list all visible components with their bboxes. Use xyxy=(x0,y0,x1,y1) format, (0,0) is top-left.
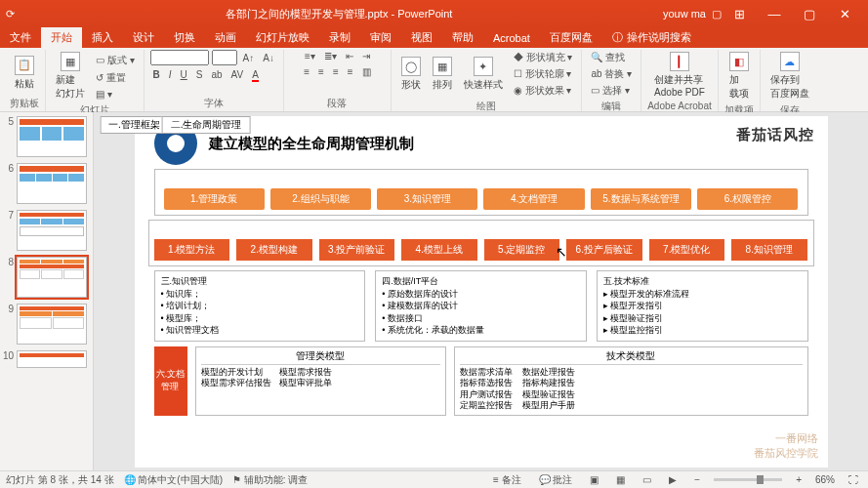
group-save: ☁保存到 百度网盘 保存 xyxy=(761,50,819,111)
autosave-icon[interactable]: ⟳ xyxy=(6,8,15,20)
notes-button[interactable]: ≡ 备注 xyxy=(489,473,525,487)
pdf-icon: ┃ xyxy=(670,52,689,71)
reset-icon: ↺ xyxy=(96,72,103,83)
tab-acrobat[interactable]: Acrobat xyxy=(483,27,540,48)
shadow-button[interactable]: ab xyxy=(208,68,225,81)
tab-slideshow[interactable]: 幻灯片放映 xyxy=(246,27,319,48)
font-family-input[interactable] xyxy=(150,50,209,65)
indent-dec-button[interactable]: ⇤ xyxy=(343,50,356,62)
shape-outline-button[interactable]: ☐ 形状轮廓 ▾ xyxy=(511,66,576,82)
align-center-button[interactable]: ≡ xyxy=(315,65,327,78)
ribbon-opts-icon[interactable]: ⊞ xyxy=(722,7,757,21)
slide-thumbnails[interactable]: 5 6 7 8 9 10 xyxy=(0,112,94,470)
columns-button[interactable]: ▥ xyxy=(359,65,374,78)
zoom-out-button[interactable]: − xyxy=(690,474,704,485)
numbering-button[interactable]: ≣▾ xyxy=(321,50,340,62)
group-paragraph: ≡▾ ≣▾ ⇤ ⇥ ≡ ≡ ≡ ≡ ▥ 段落 xyxy=(284,50,392,111)
italic-button[interactable]: I xyxy=(166,68,175,81)
align-left-button[interactable]: ≡ xyxy=(301,65,312,78)
slide-canvas[interactable]: 建立模型的全生命周期管理机制 番茄话风控 一.管理框架 1.管理政策 2.组织与… xyxy=(94,112,868,470)
tab-view[interactable]: 视图 xyxy=(401,27,442,48)
save-baidu-button[interactable]: ☁保存到 百度网盘 xyxy=(766,50,813,102)
indent-inc-button[interactable]: ⇥ xyxy=(359,50,373,62)
group-acrobat: ┃创建并共享 Adobe PDF Adobe Acrobat xyxy=(641,50,719,111)
normal-view-button[interactable]: ▣ xyxy=(586,474,602,485)
grow-font-icon[interactable]: A↑ xyxy=(240,52,258,64)
group-font: A↑ A↓ B I U S ab AV A 字体 xyxy=(145,50,284,111)
accessibility-status[interactable]: ⚑ 辅助功能: 调查 xyxy=(232,473,308,487)
shapes-icon: ◯ xyxy=(401,57,421,76)
clipboard-icon: 📋 xyxy=(15,56,34,75)
tab-design[interactable]: 设计 xyxy=(123,27,164,48)
thumb-10[interactable]: 10 xyxy=(2,350,91,368)
thumb-8[interactable]: 8 xyxy=(2,257,91,298)
bold-button[interactable]: B xyxy=(150,68,163,81)
find-button[interactable]: 🔍 查找 xyxy=(588,50,628,65)
arrange-icon: ▦ xyxy=(433,57,452,76)
strike-button[interactable]: S xyxy=(193,68,206,81)
section2-label: 二.生命周期管理 xyxy=(162,116,251,134)
language-status[interactable]: 🌐 简体中文(中国大陆) xyxy=(124,473,223,487)
row4: 六.文档 管理 管理类模型 模型的开发计划模型需求评估报告 模型需求报告模型审评… xyxy=(154,346,808,416)
group-editing: 🔍 查找 ab 替换 ▾ ▭ 选择 ▾ 编辑 xyxy=(582,50,641,111)
sorter-view-button[interactable]: ▦ xyxy=(612,474,629,485)
tab-home[interactable]: 开始 xyxy=(41,27,82,48)
addin-button[interactable]: ◧加 载项 xyxy=(725,50,753,102)
quick-styles-button[interactable]: ✦快速样式 xyxy=(460,55,507,94)
tab-animation[interactable]: 动画 xyxy=(205,27,246,48)
panel-3: 三.知识管理 • 知识库； • 培训计划； • 模型库； • 知识管理文档 xyxy=(154,270,366,342)
fit-button[interactable]: ⛶ xyxy=(845,474,862,485)
font-color-button[interactable]: A xyxy=(249,68,262,81)
shape-effects-button[interactable]: ◉ 形状效果 ▾ xyxy=(511,83,576,99)
group-clipboard: 📋 粘贴 剪贴板 xyxy=(4,50,46,111)
thumb-5[interactable]: 5 xyxy=(2,116,91,157)
zoom-slider[interactable] xyxy=(714,478,782,481)
bullets-button[interactable]: ≡▾ xyxy=(302,50,318,62)
thumb-9[interactable]: 9 xyxy=(2,304,91,345)
select-button[interactable]: ▭ 选择 ▾ xyxy=(588,83,633,99)
font-size-input[interactable] xyxy=(212,50,237,65)
layout-icon: ▭ xyxy=(96,55,104,65)
paste-button[interactable]: 📋 粘贴 xyxy=(11,54,38,93)
thumb-7[interactable]: 7 xyxy=(2,210,91,251)
underline-button[interactable]: U xyxy=(178,68,190,81)
reading-view-button[interactable]: ▭ xyxy=(639,474,655,485)
thumb-6[interactable]: 6 xyxy=(2,163,91,204)
replace-button[interactable]: ab 替换 ▾ xyxy=(588,66,635,82)
tell-me[interactable]: ⓘ 操作说明搜索 xyxy=(602,27,701,48)
comments-button[interactable]: 💬 批注 xyxy=(535,473,577,487)
new-slide-icon: ▦ xyxy=(61,52,80,71)
avatar-icon: ▢ xyxy=(712,8,722,20)
maximize-button[interactable]: ▢ xyxy=(792,7,827,21)
create-pdf-button[interactable]: ┃创建并共享 Adobe PDF xyxy=(650,50,709,100)
minimize-button[interactable]: — xyxy=(757,7,792,21)
ribbon-tabs: 文件 开始 插入 设计 切换 动画 幻灯片放映 录制 审阅 视图 帮助 Acro… xyxy=(0,27,868,48)
shapes-button[interactable]: ◯形状 xyxy=(397,55,425,94)
group-drawing: ◯形状 ▦排列 ✦快速样式 ◆ 形状填充 ▾ ☐ 形状轮廓 ▾ ◉ 形状效果 ▾… xyxy=(392,50,583,111)
justify-button[interactable]: ≡ xyxy=(345,65,356,78)
zoom-level[interactable]: 66% xyxy=(815,474,835,485)
tab-review[interactable]: 审阅 xyxy=(360,27,401,48)
align-right-button[interactable]: ≡ xyxy=(330,65,342,78)
row3: 三.知识管理 • 知识库； • 培训计划； • 模型库； • 知识管理文档 四.… xyxy=(154,270,808,342)
zoom-in-button[interactable]: + xyxy=(792,474,806,485)
spacing-button[interactable]: AV xyxy=(228,68,247,81)
arrange-button[interactable]: ▦排列 xyxy=(429,55,456,94)
new-slide-button[interactable]: ▦ 新建 幻灯片 xyxy=(52,50,89,102)
tab-baidu[interactable]: 百度网盘 xyxy=(540,27,602,48)
slideshow-view-button[interactable]: ▶ xyxy=(665,474,681,485)
layout-button[interactable]: ▭ 版式 ▾ xyxy=(93,53,138,68)
tab-file[interactable]: 文件 xyxy=(0,27,41,48)
tab-transition[interactable]: 切换 xyxy=(164,27,205,48)
reset-button[interactable]: ↺ 重置 xyxy=(93,70,138,86)
section-button[interactable]: ▤ ▾ xyxy=(93,88,138,101)
tab-record[interactable]: 录制 xyxy=(319,27,360,48)
status-bar: 幻灯片 第 8 张，共 14 张 🌐 简体中文(中国大陆) ⚑ 辅助功能: 调查… xyxy=(0,470,868,488)
slide-counter[interactable]: 幻灯片 第 8 张，共 14 张 xyxy=(6,473,114,487)
tab-insert[interactable]: 插入 xyxy=(82,27,123,48)
shape-fill-button[interactable]: ◆ 形状填充 ▾ xyxy=(511,50,576,65)
close-button[interactable]: ✕ xyxy=(827,7,862,21)
account[interactable]: youw ma ▢ xyxy=(663,8,722,20)
shrink-font-icon[interactable]: A↓ xyxy=(260,52,277,64)
tab-help[interactable]: 帮助 xyxy=(442,27,483,48)
